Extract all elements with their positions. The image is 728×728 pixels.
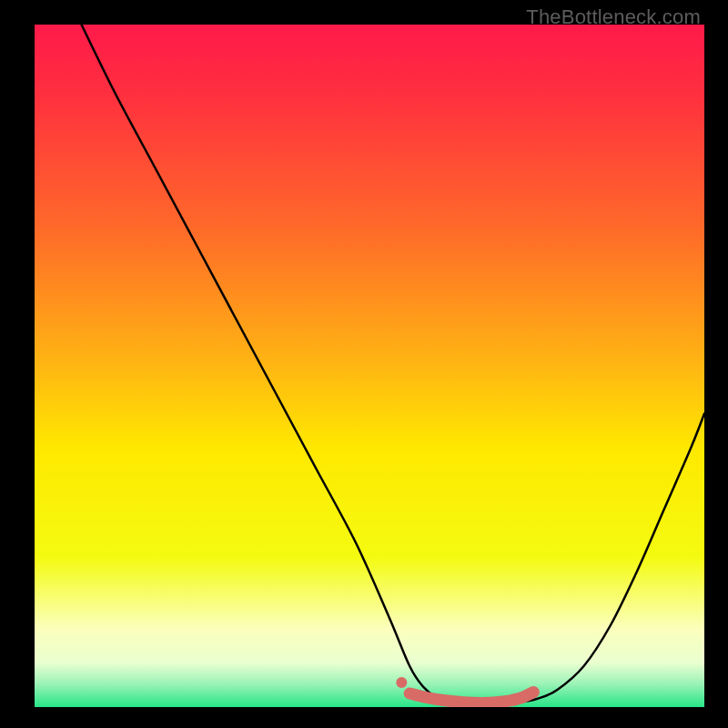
plot-area: [35, 25, 704, 707]
curve-path: [82, 25, 704, 703]
chart-frame: TheBottleneck.com: [0, 0, 728, 728]
watermark-text: TheBottleneck.com: [526, 5, 701, 29]
bottleneck-curve: [35, 25, 704, 707]
optimal-range-band: [410, 693, 533, 703]
optimal-marker-dot: [396, 677, 407, 688]
